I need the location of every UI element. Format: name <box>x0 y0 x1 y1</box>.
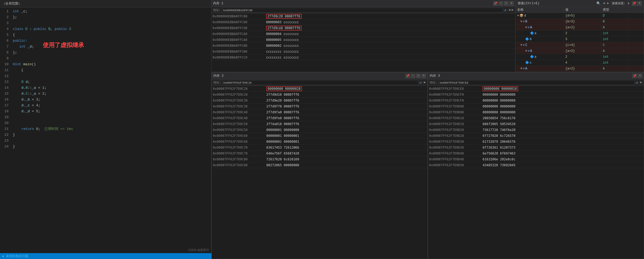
memory3-row-3: 0x00007FF62F7D9D00 00000000 00000000 <box>428 103 644 109</box>
memory1-row-1: 0x000000EBBA0FFC90 00000003 cccccccc <box>211 19 515 25</box>
watermark: CSDN @姜君竹 <box>188 248 209 252</box>
memory2-row-12: 0x00007FF62F7D9C80 72617620 6c626169 <box>212 156 427 162</box>
memory-window-1: 内存 1 📌 − □ × 地址: ↺ ◄ ► 0x000000EBBA0FF <box>211 0 516 72</box>
search-title: 搜索(Ctrl+E) <box>518 1 595 6</box>
scope-label: （全局范围） <box>2 1 21 6</box>
code-line <box>13 20 211 26</box>
memory3-address-input[interactable] <box>438 80 635 85</box>
memory1-row-5: 0x000000EBBA0FFCB0 00000002 cccccccc <box>211 43 515 49</box>
watch-row-BA[interactable]: ▼⊕A {a=2} A <box>516 25 644 30</box>
memory3-nav-right[interactable]: ► <box>640 80 642 84</box>
memory2-row-10: 0x00007FF62F7D9C70 63617453 7261206b <box>212 145 427 150</box>
memory2-refresh-btn[interactable]: ↺ <box>419 80 422 85</box>
memory1-address-bar: 地址: ↺ ◄ ► <box>211 7 515 13</box>
code-line: d._c = 4; <box>13 103 211 109</box>
code-line: class D : public B, public C <box>13 26 211 32</box>
memory2-max-btn[interactable]: □ <box>416 74 421 78</box>
code-toolbar: （全局范围） <box>0 0 211 7</box>
watch-panel: 搜索(Ctrl+E) 🔍 ◄ ► 搜索深度: 3 📌 × 名称 值 类型 <box>516 0 644 72</box>
code-line: return 0; 已用时间 <= 1ms <box>13 126 211 132</box>
watch-col-val-header: 值 <box>564 7 601 12</box>
memory1-max-btn[interactable]: □ <box>504 1 508 6</box>
memory2-row-3: 0x00007FF62F7D9C38 2f7d9f78 00007ff6 <box>212 103 427 109</box>
watch-close-btn[interactable]: × <box>637 1 642 6</box>
watch-row-ca2[interactable]: 🔷a 2 int <box>516 54 644 60</box>
memory2-address-label: 地址: <box>213 80 221 84</box>
code-line: ⊟int main() <box>13 61 211 67</box>
watch-row-C[interactable]: ▼⊕C {c=4} C <box>516 42 644 48</box>
memory1-refresh-btn[interactable]: ↺ <box>504 8 506 12</box>
memory1-row-6: 0x000000EBBA0FFCB8 cccccccc cccccccc <box>211 49 515 55</box>
memory3-pin-btn[interactable]: 📌 <box>632 74 637 78</box>
line-numbers: 1 2 3 4 5 6 7 8 9 10 11 12 13 14 15 16 1… <box>0 7 11 259</box>
memory1-nav-left[interactable]: ◄ <box>508 8 510 12</box>
watch-row-a2[interactable]: 🔷a 2 int <box>516 30 644 36</box>
watch-row-b3[interactable]: 🔷b 3 int <box>516 36 644 42</box>
memory3-close-btn[interactable]: × <box>638 74 642 78</box>
memory2-row-5: 0x00007FF62F7D9C48 2f7d9fe0 00007ff6 <box>212 115 427 121</box>
nav-left-icon[interactable]: ◄ <box>603 1 605 5</box>
search-icon[interactable]: 🔍 <box>596 1 601 6</box>
memory1-header: 内存 1 📌 − □ × <box>211 0 515 7</box>
code-content[interactable]: int _c; }; class D : public B, public C … <box>11 7 211 259</box>
memory3-refresh-btn[interactable]: ↺ <box>636 80 638 85</box>
memory3-row-0: 0x00007FF62F7D9CE8 00000000 00000018 <box>428 86 644 92</box>
memory2-row-7: 0x00007FF62F7D9C58 00000001 00000000 <box>212 127 427 133</box>
code-line: int _c; <box>13 9 211 14</box>
nav-right-icon[interactable]: ► <box>607 1 609 5</box>
status-label: ● 未找到相关问题 <box>2 254 28 258</box>
memory-window-2: 内存 2 📌 − □ × 地址: ↺ ► 0x00007FF62F7D9C20 … <box>211 72 428 259</box>
memory2-address-input[interactable] <box>222 80 418 85</box>
memory1-pin-btn[interactable]: 📌 <box>493 1 498 6</box>
code-line: int _d; <box>13 44 211 50</box>
top-row: 内存 1 📌 − □ × 地址: ↺ ◄ ► 0x000000EBBA0FF <box>211 0 644 72</box>
memory1-close-btn[interactable]: × <box>509 1 514 6</box>
watch-row-d[interactable]: ▼📦d {d=5} D <box>516 13 644 19</box>
watch-col-type-header: 类型 <box>601 7 628 12</box>
memory1-min-btn[interactable]: − <box>499 1 503 6</box>
memory3-row-4: 0x00007FF62F7D9D08 00000000 00000000 <box>428 109 644 115</box>
memory2-pin-btn[interactable]: 📌 <box>406 74 410 78</box>
watch-header: 搜索(Ctrl+E) 🔍 ◄ ► 搜索深度: 3 📌 × <box>516 0 644 7</box>
memory1-row-7: 0x000000EBBA0FFCC0 cccccccc cccccccc <box>211 55 515 60</box>
code-line: D d; <box>13 79 211 85</box>
memory1-nav-right[interactable]: ► <box>512 8 514 12</box>
memory2-title: 内存 2 <box>213 74 404 78</box>
code-line: d.B::_a = 1; <box>13 85 211 91</box>
watch-row-A[interactable]: ▼⊕A {a=2} A <box>516 66 644 72</box>
code-line: d._b = 3; <box>13 97 211 103</box>
memory-window-3: 内存 3 📌 × 地址: ↺ ► 0x00007FF62F7D9CE8 0000… <box>428 72 644 259</box>
memory1-address-label: 地址: <box>213 8 221 12</box>
code-line: }; <box>13 50 211 56</box>
code-line: { <box>13 67 211 73</box>
memory2-row-6: 0x00007FF62F7D9C50 2f7da018 00007ff6 <box>212 121 427 127</box>
memory2-address-bar: 地址: ↺ ► <box>212 79 427 86</box>
watch-row-a2b[interactable]: 🔷a 2 int <box>516 72 644 72</box>
memory2-nav-right[interactable]: ► <box>424 80 426 84</box>
code-line: } <box>13 144 211 150</box>
watch-row-B[interactable]: ▼⊕B {b=3} B <box>516 19 644 25</box>
memory1-row-0: 0x000000EBBA0FFC88 2f7d9c20 00007ff6 <box>211 13 515 19</box>
memory3-row-13: 0x00007FF62F7D9D50 43485320 73692045 <box>428 162 644 168</box>
memory1-address-input[interactable] <box>222 8 503 13</box>
memory2-close-btn[interactable]: × <box>422 74 426 78</box>
code-line <box>13 138 211 144</box>
memory3-row-5: 0x00007FF62F7D9D10 20656854 756c6176 <box>428 115 644 121</box>
memory2-min-btn[interactable]: − <box>411 74 415 78</box>
watch-table: ▼📦d {d=5} D ▼⊕B {b=3} B <box>516 13 644 72</box>
memory3-row-12: 0x00007FF62F7D9D48 6163206e 202e6c6c <box>428 156 644 162</box>
memory2-row-4: 0x00007FF62F7D9C40 2f7d9fa0 00007ff6 <box>212 109 427 115</box>
watch-pin-btn[interactable]: 📌 <box>632 1 636 6</box>
watch-row-CA[interactable]: ▼⊕A {a=2} A <box>516 48 644 54</box>
memory3-address-bar: 地址: ↺ ► <box>428 79 644 86</box>
code-line: { <box>13 32 211 38</box>
watch-row-c4[interactable]: 🔷c 4 int <box>516 60 644 66</box>
memory2-row-1: 0x00007FF62F7D9C28 2f7d9d10 00007ff6 <box>212 92 427 98</box>
bottom-panels: 内存 2 📌 − □ × 地址: ↺ ► 0x00007FF62F7D9C20 … <box>211 72 644 259</box>
memory3-title: 内存 3 <box>430 74 631 78</box>
search-depth-label: 搜索深度: <box>612 1 626 5</box>
memory3-row-2: 0x00007FF62F7D9CF8 00000000 00000000 <box>428 98 644 103</box>
watch-col-header: 名称 值 类型 <box>516 7 644 13</box>
memory1-row-4: 0x000000EBBA0FFCA8 00000005 cccccccc <box>211 37 515 43</box>
memory1-table: 0x000000EBBA0FFC88 2f7d9c20 00007ff6 0x0… <box>211 13 515 72</box>
